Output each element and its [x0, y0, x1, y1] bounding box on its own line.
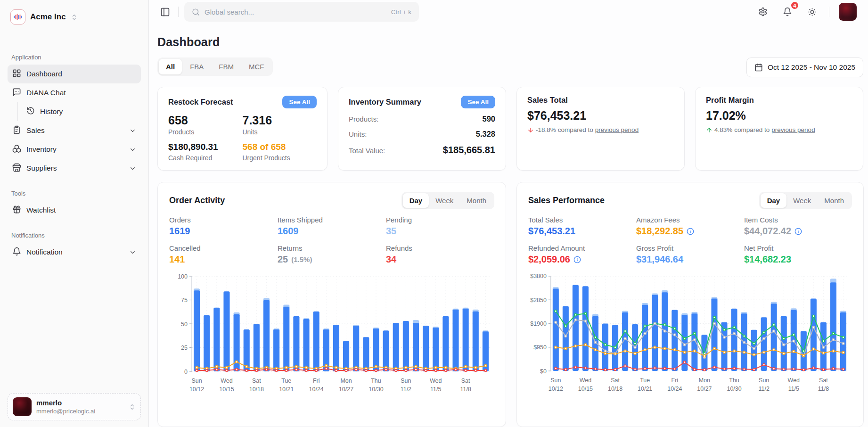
svg-text:10/12: 10/12	[549, 386, 563, 392]
svg-text:10/15: 10/15	[578, 386, 593, 392]
tab-day[interactable]: Day	[761, 193, 787, 208]
date-range-picker[interactable]: Oct 12 2025 - Nov 10 2025	[746, 57, 863, 77]
svg-text:11/2: 11/2	[759, 386, 770, 392]
delta-text: compared to	[558, 126, 593, 133]
dashboard-content: Dashboard All FBA FBM MCF Oct 12 2025 - …	[149, 24, 868, 427]
info-icon[interactable]	[573, 256, 581, 263]
section-label-notifications: Notifications	[11, 232, 137, 239]
filter-tab-mcf[interactable]: MCF	[242, 59, 271, 74]
clipboard-list-icon	[12, 125, 21, 136]
svg-text:0: 0	[184, 369, 188, 375]
filter-tab-all[interactable]: All	[159, 59, 182, 74]
svg-text:25: 25	[181, 345, 188, 351]
svg-text:Wed: Wed	[788, 377, 800, 384]
sidebar-item-label: DIANA Chat	[26, 89, 136, 97]
sidebar-item-notification[interactable]: Notification	[8, 243, 141, 262]
tab-month[interactable]: Month	[818, 193, 851, 208]
sidebar-item-dashboard[interactable]: Dashboard	[8, 65, 141, 83]
tab-week[interactable]: Week	[429, 193, 460, 208]
restock-see-all-button[interactable]: See All	[282, 96, 317, 108]
svg-text:Wed: Wed	[221, 378, 233, 384]
sidebar-item-sales[interactable]: Sales	[8, 121, 141, 140]
svg-text:10/24: 10/24	[309, 386, 324, 393]
chevrons-up-down-icon	[71, 14, 78, 21]
svg-text:Thu: Thu	[729, 377, 739, 384]
previous-period-link[interactable]: previous period	[771, 126, 815, 133]
restock-products-label: Products	[168, 128, 243, 136]
fulfillment-filter-tabs: All FBA FBM MCF	[157, 57, 273, 76]
svg-text:11/5: 11/5	[788, 386, 799, 392]
tab-day[interactable]: Day	[403, 193, 429, 208]
inventory-see-all-button[interactable]: See All	[461, 96, 495, 108]
sidebar-item-label: Inventory	[26, 145, 124, 154]
sidebar-item-watchlist[interactable]: Watchlist	[8, 201, 141, 220]
sidebar: Acme Inc Application Dashboard DIANA Cha…	[0, 0, 149, 427]
sidebar-item-label: Watchlist	[26, 206, 136, 214]
notification-count-badge: 4	[790, 1, 799, 10]
info-icon[interactable]	[794, 228, 802, 235]
theme-toggle-sun-button[interactable]	[804, 4, 819, 19]
order-activity-chart: 0255075100Sun10/12Wed10/15Sat10/18Tue10/…	[169, 271, 494, 398]
svg-text:Sun: Sun	[191, 378, 202, 384]
restock-cash-label: Cash Required	[168, 154, 243, 162]
sidebar-item-inventory[interactable]: Inventory	[8, 140, 141, 159]
card-title: Restock Forecast	[168, 98, 233, 107]
stat-item-costs: Item Costs $44,072.42	[744, 216, 852, 237]
sales-performance-chart: $0$950$1900$2850$3800Sun10/12Wed10/15Sat…	[528, 271, 852, 397]
sidebar-item-history[interactable]: History	[22, 102, 141, 121]
svg-text:$0: $0	[540, 368, 547, 375]
stat-pending: Pending 35	[386, 216, 494, 237]
stat-items-shipped: Items Shipped 1609	[278, 216, 386, 237]
chat-bubble-icon	[12, 88, 21, 99]
svg-text:10/21: 10/21	[279, 386, 294, 393]
inventory-row-label: Units:	[349, 130, 367, 138]
sidebar-toggle-button[interactable]	[157, 4, 172, 19]
sidebar-item-label: Sales	[26, 126, 124, 135]
arrow-down-icon	[527, 127, 534, 133]
sidebar-item-diana-chat[interactable]: DIANA Chat	[8, 83, 141, 102]
svg-text:Sun: Sun	[550, 377, 561, 384]
sidebar-item-label: Dashboard	[26, 70, 136, 78]
restock-forecast-card: Restock Forecast See All 658 Products 7.…	[157, 87, 328, 171]
svg-text:Mon: Mon	[340, 378, 352, 384]
stat-amazon-fees: Amazon Fees $18,292.85	[636, 216, 744, 237]
restock-urgent-value: 568 of 658	[243, 142, 317, 153]
svg-text:10/12: 10/12	[189, 386, 204, 393]
org-switcher[interactable]: Acme Inc	[8, 8, 141, 26]
settings-gear-button[interactable]	[755, 4, 770, 19]
sales-total-delta: -18.8%	[536, 126, 556, 133]
svg-text:10/24: 10/24	[667, 386, 682, 392]
user-menu[interactable]: mmerlo mmerlo@pricelogic.ai	[8, 393, 141, 420]
topbar-divider	[829, 7, 829, 17]
sidebar-subtree: History	[17, 102, 141, 121]
user-avatar	[13, 397, 32, 416]
sidebar-item-suppliers[interactable]: Suppliers	[8, 159, 141, 178]
tab-month[interactable]: Month	[460, 193, 493, 208]
svg-text:11/8: 11/8	[818, 386, 829, 392]
filter-tab-fbm[interactable]: FBM	[212, 59, 241, 74]
previous-period-link[interactable]: previous period	[595, 126, 639, 133]
topbar-avatar[interactable]	[839, 3, 857, 21]
sales-performance-granularity-tabs: Day Week Month	[759, 192, 852, 209]
svg-text:10/21: 10/21	[638, 386, 652, 392]
svg-text:Fri: Fri	[671, 377, 679, 384]
svg-text:11/2: 11/2	[401, 386, 411, 393]
tab-week[interactable]: Week	[786, 193, 818, 208]
page-title: Dashboard	[157, 35, 863, 49]
section-label-tools: Tools	[11, 190, 137, 197]
global-search[interactable]: Ctrl + k	[184, 2, 419, 22]
inventory-row-value: 590	[482, 115, 495, 123]
filter-tab-fba[interactable]: FBA	[183, 59, 211, 74]
sales-performance-card: Sales Performance Day Week Month Total S…	[516, 182, 864, 427]
profit-margin-delta: 4.83%	[714, 126, 732, 133]
info-icon[interactable]	[687, 228, 694, 235]
svg-text:$950: $950	[533, 344, 547, 351]
stat-total-sales: Total Sales $76,453.21	[528, 216, 636, 237]
inventory-summary-card: Inventory Summary See All Products: 590 …	[338, 87, 506, 171]
search-input[interactable]	[205, 8, 386, 16]
date-range-label: Oct 12 2025 - Nov 10 2025	[768, 63, 855, 72]
chevron-down-icon	[129, 165, 136, 172]
svg-text:Thu: Thu	[371, 378, 381, 384]
section-label-application: Application	[11, 54, 137, 61]
sales-performance-title: Sales Performance	[528, 196, 605, 205]
